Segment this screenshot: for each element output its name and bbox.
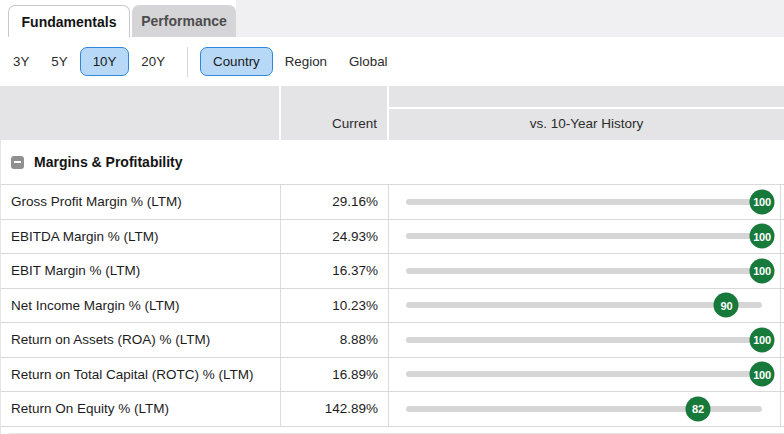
next-section-divider — [9, 433, 784, 434]
gauge-track: 100 — [406, 337, 762, 343]
gauge-track: 90 — [406, 302, 762, 308]
metric-current-value: 142.89% — [281, 392, 389, 426]
percentile-gauge: 100 — [389, 254, 781, 288]
filters-toolbar: 3Y 5Y 10Y 20Y Country Region Global — [0, 37, 784, 86]
metric-label: Gross Profit Margin % (LTM) — [1, 185, 281, 219]
tab-fundamentals[interactable]: Fundamentals — [8, 5, 130, 37]
toolbar-divider — [187, 47, 188, 77]
header-history-group — [389, 86, 784, 107]
header-history-label: vs. 10-Year History — [530, 116, 644, 131]
table-row: EBITDA Margin % (LTM) 24.93% 100 — [1, 219, 784, 254]
percentile-badge: 82 — [685, 396, 710, 421]
percentile-badge: 90 — [714, 293, 739, 318]
period-button-3y[interactable]: 3Y — [3, 47, 39, 76]
percentile-badge: 100 — [750, 327, 775, 352]
collapse-section-button[interactable] — [11, 156, 24, 169]
gauge-track: 100 — [406, 371, 762, 377]
percentile-gauge: 90 — [389, 289, 781, 323]
scope-button-global[interactable]: Global — [339, 47, 398, 76]
percentile-gauge: 100 — [389, 220, 781, 254]
metric-current-value: 29.16% — [281, 185, 389, 219]
metric-label: EBITDA Margin % (LTM) — [1, 220, 281, 254]
metric-current-value: 10.23% — [281, 289, 389, 323]
table-body: Margins & Profitability Gross Profit Mar… — [0, 140, 784, 434]
header-history-column: vs. 10-Year History — [389, 109, 784, 140]
percentile-badge: 100 — [750, 189, 775, 214]
percentile-badge: 100 — [750, 224, 775, 249]
tab-bar-filler — [236, 0, 784, 37]
metric-current-value: 16.89% — [281, 358, 389, 392]
percentile-gauge: 100 — [389, 358, 781, 392]
metric-current-value: 16.37% — [281, 254, 389, 288]
metric-label: Return On Equity % (LTM) — [1, 392, 281, 426]
tab-bar: Fundamentals Performance — [0, 0, 784, 37]
table-row: Net Income Margin % (LTM) 10.23% 90 — [1, 288, 784, 323]
gauge-track: 100 — [406, 268, 762, 274]
header-name-column — [0, 86, 279, 140]
percentile-gauge: 100 — [389, 323, 781, 357]
percentile-badge: 100 — [750, 258, 775, 283]
scope-button-country[interactable]: Country — [200, 47, 273, 76]
tab-performance[interactable]: Performance — [132, 5, 236, 37]
table-row: Return on Total Capital (ROTC) % (LTM) 1… — [1, 357, 784, 392]
period-button-10y[interactable]: 10Y — [80, 47, 130, 76]
metric-current-value: 8.88% — [281, 323, 389, 357]
gauge-track: 82 — [406, 406, 762, 412]
period-button-20y[interactable]: 20Y — [131, 47, 175, 76]
percentile-gauge: 100 — [389, 185, 781, 219]
minus-icon — [14, 161, 21, 163]
percentile-gauge: 82 — [389, 392, 781, 426]
metric-label: EBIT Margin % (LTM) — [1, 254, 281, 288]
next-row-partial — [1, 426, 784, 434]
tab-performance-label: Performance — [141, 13, 227, 29]
table-row: EBIT Margin % (LTM) 16.37% 100 — [1, 253, 784, 288]
section-title: Margins & Profitability — [34, 154, 183, 170]
tab-fundamentals-label: Fundamentals — [22, 14, 117, 30]
gauge-track: 100 — [406, 233, 762, 239]
period-button-5y[interactable]: 5Y — [41, 47, 77, 76]
percentile-badge: 100 — [750, 362, 775, 387]
table-row: Gross Profit Margin % (LTM) 29.16% 100 — [1, 184, 784, 219]
section-row-margins-profitability: Margins & Profitability — [1, 140, 784, 184]
header-current-column: Current — [281, 86, 387, 140]
metric-label: Net Income Margin % (LTM) — [1, 289, 281, 323]
metric-current-value: 24.93% — [281, 220, 389, 254]
metric-label: Return on Total Capital (ROTC) % (LTM) — [1, 358, 281, 392]
gauge-track: 100 — [406, 199, 762, 205]
table-row: Return On Equity % (LTM) 142.89% 82 — [1, 391, 784, 426]
metric-label: Return on Assets (ROA) % (LTM) — [1, 323, 281, 357]
header-current-label: Current — [332, 116, 377, 131]
table-header: Current vs. 10-Year History — [0, 86, 784, 140]
scope-button-region[interactable]: Region — [275, 47, 337, 76]
table-row: Return on Assets (ROA) % (LTM) 8.88% 100 — [1, 322, 784, 357]
